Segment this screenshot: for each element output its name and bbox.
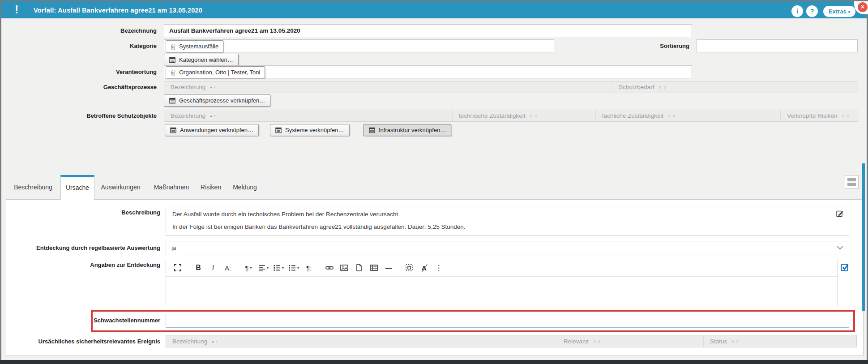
- checkbox-checked-icon[interactable]: [841, 263, 849, 271]
- link-icon[interactable]: [325, 262, 334, 274]
- list-icon: [170, 127, 176, 133]
- scrollbar-thumb[interactable]: [862, 163, 865, 311]
- verantwortung-chip[interactable]: Organisation, Otto | Tester, Toni: [166, 66, 265, 78]
- column-header-bezeichnung[interactable]: Bezeichnung ▲▼: [166, 335, 557, 347]
- geschaeftsprozesse-verknuepfen-button[interactable]: Geschäftsprozesse verknüpfen…: [164, 94, 270, 107]
- horizontal-rule-icon[interactable]: —: [384, 262, 393, 274]
- bezeichnung-input[interactable]: [164, 24, 692, 37]
- paragraph-format-icon[interactable]: ¶▾: [244, 262, 253, 274]
- column-header-status[interactable]: Status ∧∨: [703, 335, 856, 347]
- ereignis-table-header: Bezeichnung ▲▼ Relevanz ∧∨ Status ∧∨: [166, 335, 857, 347]
- block-format-icon[interactable]: [404, 262, 414, 274]
- verantwortung-chip-label: Organisation, Otto | Tester, Toni: [179, 69, 260, 76]
- entdeckung-label: Entdeckung durch regelbasierte Auswertun…: [27, 244, 160, 251]
- font-size-icon[interactable]: A:: [223, 262, 233, 274]
- entdeckung-value: ja: [171, 244, 176, 251]
- tab-beschreibung[interactable]: Beschreibung: [6, 175, 60, 199]
- paragraph-spacing-icon[interactable]: ¶:: [304, 262, 314, 274]
- column-label: Relevanz: [564, 338, 589, 345]
- column-label: Bezeichnung: [171, 84, 205, 90]
- column-header-bezeichnung[interactable]: Bezeichnung ▲▼: [164, 110, 452, 121]
- app-window: ! Vorfall: Ausfall Bankverfahren agree21…: [0, 0, 868, 364]
- bold-icon[interactable]: B: [193, 262, 203, 274]
- column-header-technische-zustaendigkeit[interactable]: technische Zuständigkeit ∧∨: [452, 110, 595, 121]
- help-button[interactable]: ?: [806, 5, 818, 17]
- document-icon[interactable]: [354, 262, 364, 274]
- sort-icon[interactable]: ∧∨: [731, 339, 740, 344]
- column-header-verknuepfte-risiken[interactable]: Verknüpfte Risiken ∧∨: [780, 110, 858, 121]
- column-header-relevanz[interactable]: Relevanz ∧∨: [557, 335, 703, 347]
- sort-icon[interactable]: ▲▼: [210, 86, 217, 89]
- anwendungen-verknuepfen-label: Anwendungen verknüpfen…: [180, 127, 253, 133]
- angaben-label: Angaben zur Entdeckung: [27, 261, 160, 268]
- bezeichnung-label: Bezeichnung: [18, 27, 157, 34]
- richtext-toolbar: B i A: ¶▾ ▾ ▾ ▾ ¶: — A ⋮: [166, 259, 838, 277]
- unordered-list-icon[interactable]: ▾: [289, 262, 299, 274]
- sort-icon[interactable]: ▲▼: [211, 340, 218, 343]
- column-header-fachliche-zustaendigkeit[interactable]: fachliche Zuständigkeit ∧∨: [595, 110, 780, 121]
- trash-icon[interactable]: [171, 69, 176, 76]
- ereignis-label: Ursächliches sicherheitsrelevantes Ereig…: [9, 338, 160, 345]
- list-icon: [169, 57, 175, 63]
- sortierung-input[interactable]: [697, 39, 858, 52]
- infrastruktur-verknuepfen-label: Infrastruktur verknüpfen…: [379, 127, 446, 133]
- column-header-bezeichnung[interactable]: Bezeichnung ▲▼: [164, 81, 612, 93]
- tab-massnahmen[interactable]: Maßnahmen: [151, 175, 192, 199]
- geschaeftsprozesse-label: Geschäftsprozesse: [18, 84, 157, 90]
- anwendungen-verknuepfen-button[interactable]: Anwendungen verknüpfen…: [165, 124, 259, 136]
- infrastruktur-verknuepfen-button[interactable]: Infrastruktur verknüpfen…: [363, 124, 451, 136]
- column-label: fachliche Zuständigkeit: [602, 112, 663, 119]
- alert-icon: !: [15, 3, 18, 16]
- kategorien-waehlen-button[interactable]: Kategorien wählen…: [164, 54, 239, 66]
- layout-toggle-button[interactable]: [845, 175, 859, 188]
- table-icon[interactable]: [369, 262, 379, 274]
- more-options-icon[interactable]: ⋮: [434, 262, 444, 274]
- trash-icon[interactable]: [171, 43, 176, 50]
- layout-bar-icon: [847, 178, 856, 181]
- layout-bar-icon: [847, 183, 856, 186]
- tab-risiken[interactable]: Risiken: [197, 175, 225, 199]
- tab-meldung[interactable]: Meldung: [229, 175, 261, 199]
- sortierung-label: Sortierung: [622, 43, 689, 49]
- sort-icon[interactable]: ∧∨: [530, 113, 539, 118]
- sort-icon[interactable]: ▲▼: [210, 114, 217, 117]
- column-label: technische Zuständigkeit: [459, 112, 526, 119]
- tab-ursache[interactable]: Ursache: [60, 175, 94, 200]
- sort-icon[interactable]: ∧∨: [593, 339, 602, 344]
- list-icon: [275, 127, 282, 133]
- beschreibung-textarea[interactable]: Der Ausfall wurde durch ein technisches …: [166, 207, 849, 236]
- image-icon[interactable]: [339, 262, 349, 274]
- extras-label: Extras: [829, 8, 847, 15]
- schwachstellennummer-input[interactable]: [166, 314, 849, 328]
- angaben-content-area[interactable]: [166, 277, 838, 306]
- geschaeftsprozesse-table-header: Bezeichnung ▲▼ Schutzbedarf ∧∨: [164, 81, 858, 93]
- column-header-schutzbedarf[interactable]: Schutzbedarf ∧∨: [612, 81, 858, 93]
- close-button[interactable]: ×: [858, 2, 868, 12]
- tab-auswirkungen[interactable]: Auswirkungen: [99, 175, 142, 199]
- sort-icon[interactable]: ∧∨: [842, 113, 851, 118]
- column-label: Status: [710, 338, 727, 345]
- page-title: Vorfall: Ausfall Bankverfahren agree21 a…: [34, 7, 202, 14]
- verantwortung-label: Verantwortung: [18, 69, 157, 75]
- edit-icon[interactable]: [836, 210, 844, 217]
- sort-icon[interactable]: ∧∨: [667, 113, 676, 118]
- kategorien-waehlen-label: Kategorien wählen…: [179, 56, 233, 63]
- ordered-list-icon[interactable]: ▾: [274, 262, 284, 274]
- align-icon[interactable]: ▾: [258, 262, 269, 274]
- kategorie-label: Kategorie: [18, 43, 157, 49]
- clear-formatting-icon[interactable]: A: [419, 262, 429, 274]
- column-label: Bezeichnung: [171, 112, 205, 119]
- extras-button[interactable]: Extras▾: [823, 6, 855, 17]
- systeme-verknuepfen-button[interactable]: Systeme verknüpfen…: [270, 124, 350, 136]
- sort-icon[interactable]: ∧∨: [658, 85, 667, 90]
- italic-icon[interactable]: i: [208, 262, 218, 274]
- angaben-richtext-editor[interactable]: B i A: ¶▾ ▾ ▾ ▾ ¶: — A ⋮: [166, 259, 838, 306]
- fullscreen-icon[interactable]: [173, 262, 183, 274]
- geschaeftsprozesse-verknuepfen-label: Geschäftsprozesse verknüpfen…: [179, 97, 265, 104]
- entdeckung-select[interactable]: ja: [166, 241, 849, 254]
- kategorie-chip-label: Systemausfälle: [179, 43, 218, 50]
- chevron-down-icon: [837, 246, 843, 250]
- info-button[interactable]: i: [791, 5, 803, 17]
- kategorie-chip[interactable]: Systemausfälle: [166, 40, 223, 52]
- title-bar: ! Vorfall: Ausfall Bankverfahren agree21…: [1, 1, 867, 18]
